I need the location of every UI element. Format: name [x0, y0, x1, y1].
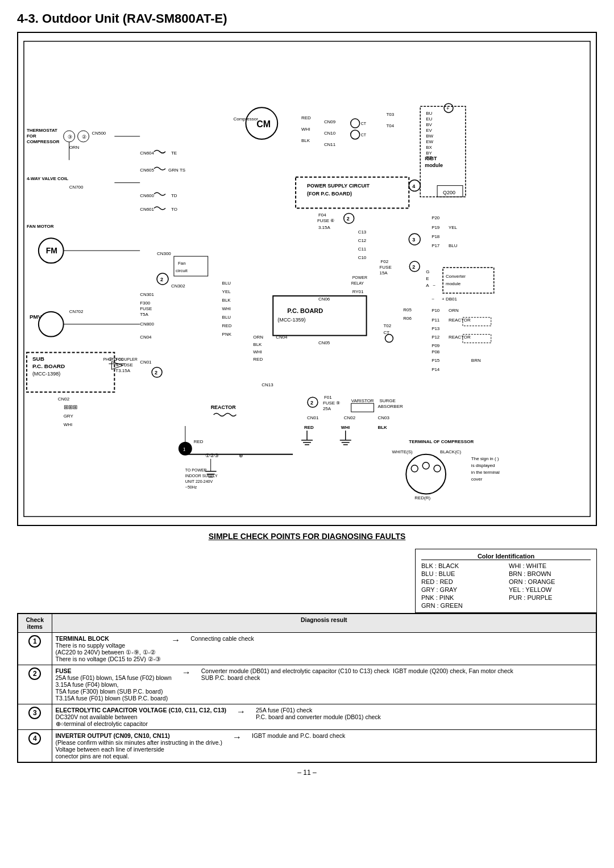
- svg-text:BLU: BLU: [222, 315, 231, 320]
- diagnosis-table: Check items Diagnosis result 1 TERMINAL …: [17, 613, 597, 763]
- svg-text:RED: RED: [304, 425, 314, 430]
- color-pnk: PNK : PINK: [421, 594, 503, 601]
- svg-text:F300: F300: [140, 301, 151, 306]
- check-num-1: 1: [18, 633, 52, 665]
- svg-point-155: [385, 335, 393, 343]
- svg-text:BLK: BLK: [301, 138, 310, 143]
- svg-text:ORN: ORN: [253, 335, 263, 340]
- svg-text:CT: CT: [361, 133, 367, 137]
- color-red: RED : RED: [421, 578, 503, 585]
- col1-header: Check items: [18, 614, 52, 633]
- svg-text:POWER SUPPLY CIRCUIT: POWER SUPPLY CIRCUIT: [307, 183, 370, 189]
- svg-text:REACTOR: REACTOR: [449, 335, 471, 340]
- svg-text:POWER: POWER: [352, 276, 367, 279]
- color-grid: BLK : BLACK WHI : WHITE BLU : BLUE BRN :…: [421, 562, 591, 609]
- svg-text:CN13: CN13: [262, 382, 273, 387]
- page-number: – 11 –: [17, 769, 597, 777]
- svg-text:RED: RED: [301, 115, 311, 120]
- svg-text:PHOTO COUPLER: PHOTO COUPLER: [103, 357, 137, 361]
- svg-text:(MCC-1359): (MCC-1359): [277, 317, 305, 323]
- svg-point-206: [422, 462, 429, 469]
- svg-text:P13: P13: [432, 326, 440, 331]
- svg-rect-160: [273, 296, 366, 336]
- svg-text:GRN: GRN: [168, 168, 179, 173]
- wiring-diagram: THERMOSTAT FOR COMPRESSOR ③ ② CN500 ORN …: [17, 32, 597, 526]
- svg-text:ORN: ORN: [449, 308, 459, 313]
- svg-text:CN09: CN09: [324, 119, 336, 124]
- diag-result-2: Converter module (DB01) and electrolytic…: [201, 667, 513, 681]
- arrow-4: →: [233, 732, 242, 742]
- svg-text:CN06: CN06: [318, 297, 330, 302]
- diagnosis-3: ELECTROLYTIC CAPACITOR VOLTAGE (C10, C11…: [52, 704, 596, 730]
- svg-text:SUB: SUB: [32, 356, 44, 362]
- svg-text:G: G: [426, 269, 429, 274]
- svg-text:INDOOR SUPPLY: INDOOR SUPPLY: [185, 474, 218, 478]
- diag-desc-3: ELECTROLYTIC CAPACITOR VOLTAGE (C10, C11…: [56, 707, 226, 727]
- svg-text:CN11: CN11: [324, 142, 336, 147]
- svg-point-204: [406, 454, 446, 494]
- arrow-3: →: [237, 707, 246, 717]
- svg-text:2: 2: [412, 264, 415, 270]
- svg-text:Fan: Fan: [178, 261, 186, 266]
- svg-text:BW: BW: [426, 133, 433, 139]
- svg-text:RED(R): RED(R): [414, 495, 430, 500]
- diagnosis-1: TERMINAL BLOCK There is no supply voltag…: [52, 633, 596, 665]
- svg-text:COMPRESSOR: COMPRESSOR: [27, 139, 60, 144]
- svg-text:CN02: CN02: [58, 397, 70, 402]
- svg-text:WHI: WHI: [222, 306, 231, 311]
- svg-text:2: 2: [155, 370, 157, 375]
- arrow-1: →: [171, 635, 180, 645]
- table-row: 4 INVERTER OUTPUT (CN09, CN10, CN11) (Pl…: [18, 730, 596, 763]
- svg-text:PNK: PNK: [222, 332, 232, 337]
- svg-point-207: [434, 465, 441, 472]
- svg-text:CN01: CN01: [307, 415, 319, 420]
- svg-text:WHI: WHI: [64, 422, 72, 427]
- svg-text:2: 2: [160, 277, 163, 282]
- svg-text:VARISTOR: VARISTOR: [351, 398, 374, 403]
- svg-text:BLK: BLK: [253, 342, 262, 347]
- svg-text:CN601: CN601: [140, 207, 154, 212]
- svg-text:BV: BV: [426, 122, 432, 127]
- svg-text:C11: C11: [358, 247, 367, 252]
- svg-text:2: 2: [310, 400, 313, 406]
- color-identification-box: Color Identification BLK : BLACK WHI : W…: [415, 549, 597, 613]
- svg-text:⊞⊞⊞: ⊞⊞⊞: [64, 404, 77, 410]
- svg-text:cover: cover: [471, 477, 483, 482]
- svg-text:WHI: WHI: [341, 425, 350, 430]
- svg-text:WHI: WHI: [253, 349, 262, 354]
- svg-text:T03: T03: [386, 112, 394, 117]
- check-num-3: 3: [18, 704, 52, 730]
- svg-text:THERMOSTAT: THERMOSTAT: [27, 128, 57, 133]
- svg-text:C13: C13: [358, 229, 367, 235]
- svg-text:CN604: CN604: [140, 151, 154, 156]
- svg-text:in the  terminal: in the terminal: [471, 470, 500, 475]
- color-yel: YEL : YELLOW: [509, 586, 591, 593]
- svg-text:Converter: Converter: [446, 274, 466, 279]
- diagnosis-4: INVERTER OUTPUT (CN09, CN10, CN11) (Plea…: [52, 730, 596, 763]
- svg-text:③: ③: [68, 134, 72, 140]
- svg-text:P14: P14: [432, 367, 440, 372]
- svg-text:EW: EW: [426, 139, 433, 144]
- svg-text:RELAY: RELAY: [351, 281, 364, 285]
- svg-rect-184: [351, 403, 374, 412]
- color-id-title: Color Identification: [421, 553, 591, 560]
- svg-rect-0: [24, 41, 590, 517]
- svg-text:CN03: CN03: [378, 415, 390, 420]
- color-orn: ORN : ORANGE: [509, 578, 591, 585]
- svg-text:REACTOR: REACTOR: [449, 318, 471, 323]
- svg-text:CN702: CN702: [69, 309, 84, 314]
- color-grn: GRN : GREEN: [421, 602, 503, 609]
- svg-text:The sign in ( ): The sign in ( ): [471, 456, 499, 461]
- svg-text:P.C. BOARD: P.C. BOARD: [32, 363, 65, 369]
- svg-text:BLK: BLK: [378, 425, 388, 430]
- svg-point-80: [351, 119, 360, 128]
- svg-text:TERMINAL OF COMPRESSOR: TERMINAL OF COMPRESSOR: [409, 439, 474, 444]
- svg-text:BU: BU: [426, 111, 432, 116]
- color-blu: BLU : BLUE: [421, 570, 503, 577]
- svg-text:A: A: [426, 283, 429, 288]
- svg-text:module: module: [425, 162, 443, 168]
- svg-text:①②③: ①②③: [205, 453, 219, 458]
- svg-text:P18: P18: [432, 234, 440, 239]
- svg-text:(FOR P.C. BOARD): (FOR P.C. BOARD): [307, 191, 352, 197]
- svg-text:FOR: FOR: [27, 133, 36, 139]
